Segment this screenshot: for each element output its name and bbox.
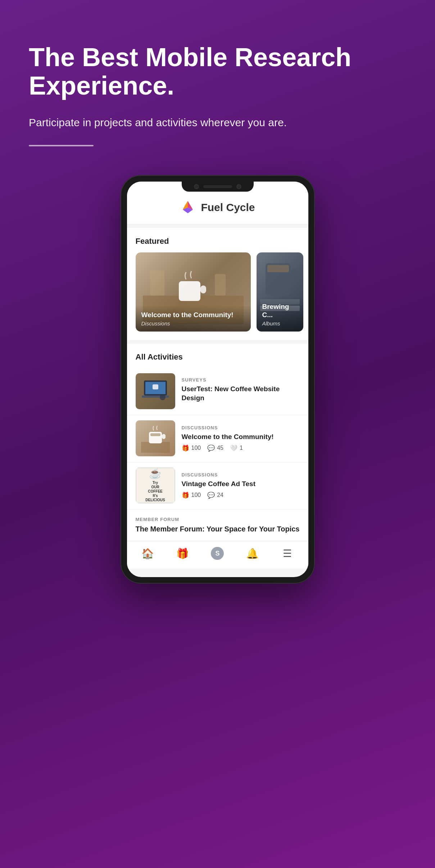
nav-menu[interactable]: ☰ [270,548,305,559]
activity-item-3[interactable]: ☕ TryOURCOFFEEIt'sDELICIOUS DISCUSSIONS … [127,462,308,508]
featured-card-2-overlay: Brewing C... Albums [257,297,303,332]
featured-card-1-title: Welcome to the Community! [141,311,245,319]
hero-section: The Best Mobile Research Experience. Par… [0,0,435,168]
svg-rect-15 [153,384,158,389]
svg-point-17 [160,394,166,400]
featured-card-2[interactable]: Brewing C... Albums [257,252,303,332]
phone-frame: Fuel Cycle Featured [121,175,315,584]
svg-rect-7 [150,270,164,296]
bottom-nav: 🏠 🎁 S 🔔 ☰ [127,541,308,568]
fuelcycle-logo-icon [180,200,196,215]
featured-card-2-type: Albums [262,320,298,326]
laptop-svg [141,379,170,404]
activity-title-1: UserTest: New Coffee Website Design [182,385,300,402]
activity-item-2[interactable]: DISCUSSIONS Welcome to the Community! 🎁 … [127,415,308,461]
forum-title: The Member Forum: Your Space for Your To… [136,524,300,534]
nav-profile[interactable]: S [200,547,235,560]
meta-points-3: 🎁 100 [182,492,201,499]
app-logo: Fuel Cycle [180,200,255,215]
activity-thumb-1 [136,373,175,409]
phone-camera [194,184,199,189]
coffee-mug-svg [141,424,170,453]
svg-rect-9 [291,269,297,279]
profile-avatar: S [211,547,224,560]
nav-gift[interactable]: 🎁 [165,548,200,559]
phone-notch [182,182,254,192]
hero-divider [29,145,94,146]
phone-camera-2 [236,184,241,189]
activity-content-1: SURVEYS UserTest: New Coffee Website Des… [182,368,300,414]
meta-likes-2: 🤍 1 [230,444,243,452]
home-icon: 🏠 [141,548,154,559]
gift-nav-icon: 🎁 [176,548,189,559]
featured-title: Featured [136,237,300,246]
svg-rect-6 [215,274,226,296]
svg-rect-18 [141,442,170,453]
heart-icon-2: 🤍 [230,444,237,452]
svg-rect-21 [150,433,160,436]
meta-points-2: 🎁 100 [182,444,201,452]
forum-section[interactable]: MEMBER FORUM The Member Forum: Your Spac… [127,509,308,541]
phone-speaker [203,185,232,188]
vintage-ad-text: TryOURCOFFEEIt'sDELICIOUS [144,479,166,504]
meta-comments-3: 💬 24 [207,492,223,499]
activity-meta-3: 🎁 100 💬 24 [182,492,300,499]
svg-rect-20 [162,434,166,439]
forum-type: MEMBER FORUM [136,517,300,522]
activity-content-2: DISCUSSIONS Welcome to the Community! 🎁 … [182,415,300,461]
comment-icon-2: 💬 [207,444,215,452]
activities-section: All Activities [127,344,308,541]
nav-home[interactable]: 🏠 [131,548,166,559]
app-name: Fuel Cycle [201,201,255,214]
activities-title: All Activities [127,352,308,368]
activity-type-2: DISCUSSIONS [182,425,300,430]
menu-icon: ☰ [283,548,292,559]
comment-icon-3: 💬 [207,492,215,499]
activity-title-2: Welcome to the Community! [182,433,300,442]
nav-notifications[interactable]: 🔔 [235,548,270,559]
activity-content-3: DISCUSSIONS Vintage Coffee Ad Test 🎁 100… [182,462,300,508]
featured-card-1[interactable]: Welcome to the Community! Discussions [136,252,251,332]
hero-title: The Best Mobile Research Experience. [29,43,406,100]
phone-wrapper: Fuel Cycle Featured [0,168,435,605]
svg-rect-10 [267,265,289,272]
featured-card-1-type: Discussions [141,320,245,326]
svg-rect-5 [200,285,206,293]
gift-icon-3: 🎁 [182,492,189,499]
hero-subtitle: Participate in projects and activities w… [29,114,406,131]
featured-section: Featured [127,228,308,340]
featured-scroll[interactable]: Welcome to the Community! Discussions [127,252,308,340]
bell-icon: 🔔 [246,548,259,559]
activity-type-1: SURVEYS [182,377,300,383]
activity-thumb-2 [136,420,175,456]
featured-card-2-title: Brewing C... [262,303,298,319]
activity-title-3: Vintage Coffee Ad Test [182,480,300,489]
gift-icon-2: 🎁 [182,444,189,452]
phone-screen: Fuel Cycle Featured [127,182,308,577]
svg-rect-4 [179,281,200,301]
meta-comments-2: 💬 45 [207,444,223,452]
vintage-face-icon: ☕ [149,467,162,479]
activity-thumb-3: ☕ TryOURCOFFEEIt'sDELICIOUS [136,467,175,503]
activity-type-3: DISCUSSIONS [182,472,300,478]
activity-meta-2: 🎁 100 💬 45 🤍 1 [182,444,300,452]
featured-card-1-overlay: Welcome to the Community! Discussions [136,305,251,332]
activity-item-1[interactable]: SURVEYS UserTest: New Coffee Website Des… [127,368,308,414]
